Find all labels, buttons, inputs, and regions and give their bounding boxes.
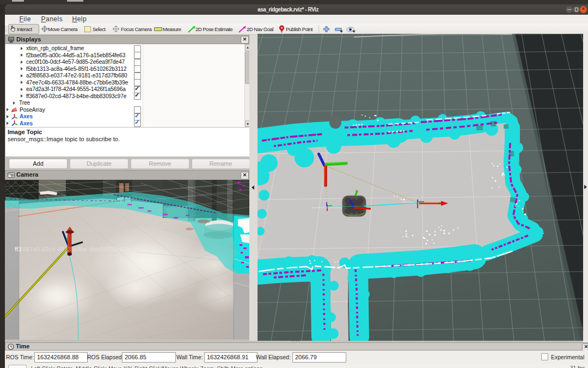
svg-text:ff3: ff3 (15, 246, 22, 252)
svg-text:687e0-02cd-4873-b4be-dbb83093c: 687e0-02cd-4873-b4be-dbb83093c97e (23, 246, 130, 252)
